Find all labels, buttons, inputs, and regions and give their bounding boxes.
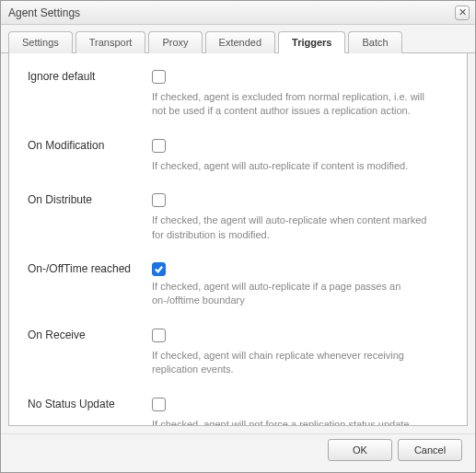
desc-on-offtime: If checked, agent will auto-replicate if… [152, 280, 437, 308]
ok-button[interactable]: OK [328, 439, 392, 461]
field-on-distribute: On Distribute If checked, the agent will… [28, 193, 448, 242]
close-button[interactable]: ✕ [455, 6, 470, 20]
tab-transport[interactable]: Transport [75, 31, 146, 53]
agent-settings-dialog: Agent Settings ✕ Settings Transport Prox… [0, 0, 476, 473]
field-ignore-default: Ignore default If checked, agent is excl… [28, 70, 448, 119]
checkbox-on-receive[interactable] [152, 329, 166, 342]
field-on-offtime: On-/OffTime reached If checked, agent wi… [28, 262, 448, 308]
tab-triggers[interactable]: Triggers [278, 31, 345, 53]
field-on-receive: On Receive If checked, agent will chain … [28, 329, 448, 377]
tabpanel-triggers: Ignore default If checked, agent is excl… [8, 53, 468, 426]
titlebar: Agent Settings ✕ [1, 1, 475, 25]
label-on-offtime: On-/OffTime reached [28, 262, 152, 308]
checkbox-on-modification[interactable] [152, 139, 166, 153]
label-ignore-default: Ignore default [28, 70, 152, 119]
checkbox-on-offtime[interactable] [152, 262, 166, 276]
label-on-modification: On Modification [28, 139, 152, 173]
close-icon: ✕ [459, 6, 467, 18]
desc-ignore-default: If checked, agent is excluded from norma… [152, 90, 437, 119]
dialog-footer: OK Cancel [1, 433, 475, 472]
tab-extended[interactable]: Extended [205, 31, 275, 53]
checkmark-icon [154, 264, 164, 274]
tab-proxy[interactable]: Proxy [148, 31, 202, 53]
desc-no-status-update: If checked, agent will not force a repli… [152, 418, 437, 426]
desc-on-modification: If checked, agent will auto-replicate if… [152, 159, 437, 173]
checkbox-on-distribute[interactable] [152, 193, 166, 207]
checkbox-ignore-default[interactable] [152, 70, 166, 84]
desc-on-distribute: If checked, the agent will auto-replicat… [152, 213, 437, 242]
label-on-distribute: On Distribute [28, 193, 152, 242]
window-title: Agent Settings [8, 6, 80, 19]
tabstrip: Settings Transport Proxy Extended Trigge… [1, 25, 475, 53]
tab-batch[interactable]: Batch [348, 31, 401, 53]
desc-on-receive: If checked, agent will chain replicate w… [152, 349, 437, 377]
field-on-modification: On Modification If checked, agent will a… [28, 139, 448, 173]
checkbox-no-status-update[interactable] [152, 398, 166, 411]
label-on-receive: On Receive [28, 329, 152, 377]
label-no-status-update: No Status Update [28, 398, 152, 426]
tab-settings[interactable]: Settings [8, 31, 73, 53]
cancel-button[interactable]: Cancel [398, 439, 462, 461]
field-no-status-update: No Status Update If checked, agent will … [28, 398, 448, 426]
